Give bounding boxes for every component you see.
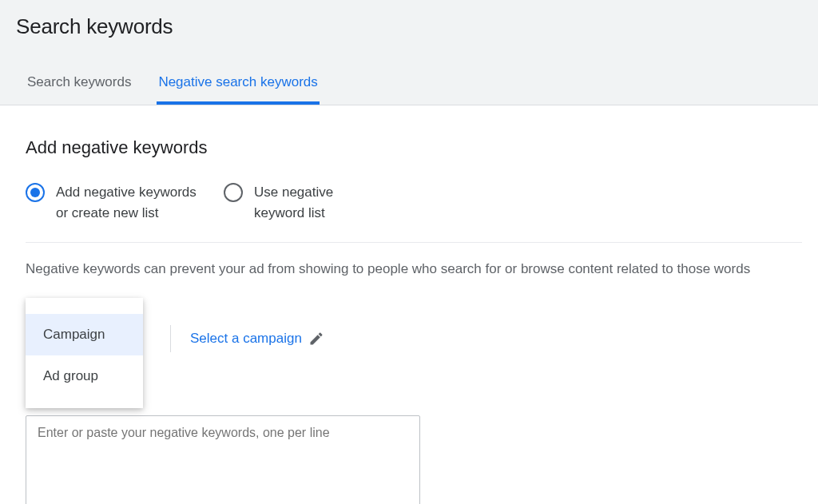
dropdown-item-campaign[interactable]: Campaign	[26, 314, 143, 355]
addto-dropdown-menu: Campaign Ad group	[26, 298, 143, 408]
info-text: Negative keywords can prevent your ad fr…	[26, 259, 802, 280]
page-title: Search keywords	[16, 14, 802, 39]
tab-negative-keywords[interactable]: Negative search keywords	[157, 69, 319, 105]
select-campaign-link[interactable]: Select a campaign	[190, 331, 324, 347]
radio-selected-icon	[26, 183, 45, 202]
tab-search-keywords[interactable]: Search keywords	[26, 69, 133, 105]
page-header: Search keywords	[0, 0, 818, 47]
vertical-divider	[170, 325, 171, 352]
negative-keywords-input[interactable]	[26, 415, 420, 505]
pencil-icon	[308, 331, 324, 347]
radio-group: Add negative keywords or create new list…	[26, 182, 802, 243]
select-campaign-text: Select a campaign	[190, 331, 302, 347]
radio-use-list[interactable]: Use negative keyword list	[224, 182, 366, 223]
radio-add-keywords[interactable]: Add negative keywords or create new list	[26, 182, 200, 223]
dropdown-item-adgroup[interactable]: Ad group	[26, 355, 143, 397]
radio-use-label: Use negative keyword list	[254, 182, 366, 223]
tabs-container: Search keywords Negative search keywords	[0, 69, 818, 105]
section-title: Add negative keywords	[26, 137, 802, 158]
radio-add-label: Add negative keywords or create new list	[56, 182, 200, 223]
radio-unselected-icon	[224, 183, 243, 202]
